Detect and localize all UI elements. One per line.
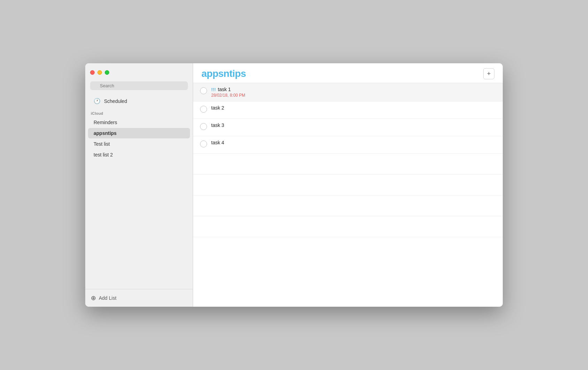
empty-row <box>193 175 503 195</box>
task-row[interactable]: task 4 <box>193 136 503 154</box>
app-window: ⌕ 🕐 Scheduled iCloud Reminders appsntips… <box>85 63 503 307</box>
task-title-row-1: !!! task 1 <box>211 87 245 92</box>
tasks-list: !!! task 1 28/02/18, 8:00 PM task 2 <box>193 83 503 307</box>
task-row[interactable]: task 3 <box>193 119 503 136</box>
sidebar-footer: ⊕ Add List <box>85 289 193 307</box>
search-wrapper: ⌕ <box>90 81 188 90</box>
sidebar-item-scheduled[interactable]: 🕐 Scheduled <box>88 95 190 107</box>
main-header: appsntips + <box>193 63 503 83</box>
task-content-4: task 4 <box>211 140 224 145</box>
task-date-1: 28/02/18, 8:00 PM <box>211 93 245 98</box>
add-list-button[interactable]: ⊕ Add List <box>91 293 117 303</box>
sidebar-nav: 🕐 Scheduled iCloud Reminders appsntips T… <box>85 94 193 289</box>
task-content-1: !!! task 1 28/02/18, 8:00 PM <box>211 87 245 98</box>
icloud-section-header: iCloud <box>85 108 193 117</box>
add-list-label: Add List <box>99 295 117 301</box>
task-title-row-2: task 2 <box>211 105 224 111</box>
task-title-row-3: task 3 <box>211 122 224 128</box>
minimize-button[interactable] <box>97 70 102 75</box>
scheduled-label: Scheduled <box>104 98 127 104</box>
maximize-button[interactable] <box>105 70 109 75</box>
task-checkbox-1[interactable] <box>200 87 207 94</box>
sidebar-item-reminders[interactable]: Reminders <box>88 117 190 128</box>
task-name-3: task 3 <box>211 122 224 128</box>
sidebar-item-test-list-2[interactable]: test list 2 <box>88 150 190 160</box>
task-checkbox-3[interactable] <box>200 123 207 130</box>
task-checkbox-4[interactable] <box>200 140 207 147</box>
add-list-icon: ⊕ <box>91 295 96 301</box>
empty-row <box>193 154 503 175</box>
sidebar-item-appsntips[interactable]: appsntips <box>88 128 190 138</box>
task-name-4: task 4 <box>211 140 224 145</box>
close-button[interactable] <box>90 70 95 75</box>
add-task-button[interactable]: + <box>483 68 494 79</box>
sidebar: ⌕ 🕐 Scheduled iCloud Reminders appsntips… <box>85 63 193 307</box>
task-priority-1: !!! <box>211 87 216 92</box>
task-row[interactable]: task 2 <box>193 102 503 119</box>
task-content-3: task 3 <box>211 122 224 128</box>
sidebar-item-test-list[interactable]: Test list <box>88 139 190 149</box>
task-checkbox-2[interactable] <box>200 106 207 113</box>
task-title-row-4: task 4 <box>211 140 224 145</box>
empty-row <box>193 195 503 216</box>
search-container: ⌕ <box>85 81 193 94</box>
task-content-2: task 2 <box>211 105 224 111</box>
titlebar <box>85 63 193 81</box>
task-name-2: task 2 <box>211 105 224 111</box>
main-content: appsntips + !!! task 1 28/02/18, 8:00 PM <box>193 63 503 307</box>
search-input[interactable] <box>90 81 188 90</box>
task-name-1: task 1 <box>218 87 231 92</box>
task-row[interactable]: !!! task 1 28/02/18, 8:00 PM <box>193 83 503 102</box>
empty-row <box>193 216 503 237</box>
list-title: appsntips <box>201 68 246 79</box>
scheduled-icon: 🕐 <box>94 98 101 104</box>
